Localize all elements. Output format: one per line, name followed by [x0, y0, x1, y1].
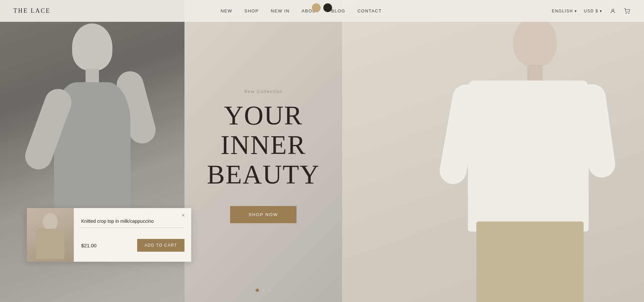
- hero-dot-3[interactable]: [268, 289, 271, 292]
- hero-right-figure: [443, 13, 610, 299]
- color-dot-tan[interactable]: [312, 3, 321, 12]
- popup-content: × Knitted crop top in milk/cappuccino $2…: [74, 208, 191, 262]
- nav-right: English ▾ USD $ ▾: [552, 7, 631, 15]
- right-figure-shirt: [468, 81, 589, 232]
- brand-logo[interactable]: THE LACE: [13, 7, 50, 14]
- nav-newin[interactable]: New In: [271, 8, 289, 13]
- hero-subtitle: New Collection: [244, 89, 283, 94]
- color-dot-dark[interactable]: [323, 3, 332, 12]
- popup-price: $21.00: [81, 243, 97, 248]
- nav-blog[interactable]: Blog: [331, 8, 345, 13]
- nav-shop[interactable]: Shop: [245, 8, 259, 13]
- hero-pagination-dots: [256, 289, 271, 292]
- hero-center-panel: New Collection YOUR INNER BEAUTY SHOP NO…: [184, 0, 342, 302]
- hero-title-line2: BEAUTY: [207, 160, 320, 189]
- popup-figure-head: [43, 213, 58, 231]
- nav-links: New Shop New In About Blog Contact: [221, 8, 382, 13]
- language-selector[interactable]: English ▾: [552, 9, 577, 13]
- color-swatches: [312, 3, 332, 12]
- hero-title-line1: YOUR INNER: [221, 101, 306, 160]
- hero-dot-2[interactable]: [262, 289, 265, 292]
- navbar: THE LACE New Shop New In About Blog Cont…: [0, 0, 644, 22]
- figure-head: [72, 23, 112, 70]
- right-figure-pants: [476, 221, 584, 302]
- cart-icon[interactable]: [623, 7, 631, 15]
- nav-new[interactable]: New: [221, 8, 232, 13]
- hero-right-panel: [342, 0, 644, 302]
- add-to-cart-button[interactable]: ADD TO CART: [137, 239, 184, 252]
- nav-contact[interactable]: Contact: [358, 8, 382, 13]
- popup-bottom-row: $21.00 ADD TO CART: [81, 239, 184, 252]
- user-icon[interactable]: [609, 7, 616, 15]
- svg-point-2: [629, 13, 629, 14]
- svg-point-0: [612, 9, 614, 11]
- svg-point-1: [626, 13, 627, 14]
- hero-dot-1[interactable]: [256, 289, 259, 292]
- popup-product-image: [27, 208, 74, 262]
- currency-selector[interactable]: USD $ ▾: [584, 9, 602, 13]
- hero-cta-button[interactable]: SHOP NOW: [230, 206, 297, 223]
- popup-close-button[interactable]: ×: [180, 212, 186, 219]
- cart-popup: × Knitted crop top in milk/cappuccino $2…: [27, 208, 191, 262]
- hero-title: YOUR INNER BEAUTY: [184, 101, 342, 189]
- right-figure-head: [513, 17, 557, 67]
- popup-figure-body: [36, 229, 64, 259]
- popup-product-name: Knitted crop top in milk/cappuccino: [81, 218, 184, 228]
